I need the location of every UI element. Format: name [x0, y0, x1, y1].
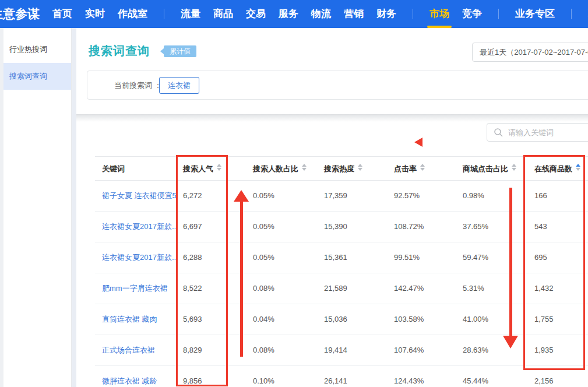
- table-body: 裙子女夏 连衣裙便宜5...6,2720.05%17,35992.57%0.98…: [95, 181, 588, 387]
- cumulative-value-badge: 累计值: [164, 45, 196, 57]
- nav-item-home[interactable]: 首页: [52, 0, 72, 28]
- nav-item-traffic[interactable]: 流量: [181, 0, 200, 28]
- page-title: 搜索词查询: [89, 43, 150, 59]
- cell-searcher-ratio: 0.05%: [246, 181, 317, 211]
- cell-search-popularity: 8,522: [176, 273, 246, 304]
- sort-arrows-icon[interactable]: [302, 164, 307, 171]
- cell-mall-click-ratio: 0.98%: [456, 181, 527, 211]
- sort-arrows-icon[interactable]: [512, 164, 516, 171]
- cell-click-rate: 108.72%: [387, 212, 456, 242]
- date-range-selector[interactable]: 最近1天（2017-07-02~2017-07-02）: [472, 43, 588, 62]
- table-row: 裙子女夏 连衣裙便宜5...6,2720.05%17,35992.57%0.98…: [95, 181, 588, 212]
- cell-online-products: 1,432: [527, 273, 588, 304]
- cell-click-rate: 142.47%: [387, 273, 456, 304]
- cell-search-popularity: 6,697: [176, 212, 246, 242]
- nav-item-marketing[interactable]: 营销: [344, 0, 364, 28]
- cell-search-heat: 15,390: [317, 212, 387, 242]
- cell-keyword-link[interactable]: 连衣裙女夏2017新款...: [95, 212, 176, 242]
- cell-search-heat: 26,141: [317, 366, 387, 387]
- table-header-row: 关键词搜索人气搜索人数占比搜索热度点击率商城点击占比在线商品数: [95, 156, 588, 181]
- nav-item-trade[interactable]: 交易: [246, 0, 266, 28]
- cell-click-rate: 124.43%: [387, 366, 456, 387]
- column-header-online-products[interactable]: 在线商品数: [527, 157, 588, 181]
- nav-divider: [571, 9, 572, 19]
- cell-online-products: 543: [527, 212, 588, 242]
- main-content: 搜索词查询 累计值 最近1天（2017-07-02~2017-07-02） 当前…: [76, 28, 588, 387]
- cell-mall-click-ratio: 28.63%: [456, 335, 527, 365]
- column-header-searcher-ratio[interactable]: 搜索人数占比: [246, 157, 317, 181]
- cell-searcher-ratio: 0.05%: [246, 242, 317, 273]
- nav-item-finance[interactable]: 财务: [376, 0, 396, 28]
- cell-mall-click-ratio: 5.31%: [456, 273, 527, 304]
- cell-keyword-link[interactable]: 直筒连衣裙 藏肉: [95, 304, 176, 335]
- search-word-table: 关键词搜索人气搜索人数占比搜索热度点击率商城点击占比在线商品数 裙子女夏 连衣裙…: [95, 156, 588, 387]
- cell-keyword-link[interactable]: 裙子女夏 连衣裙便宜5...: [95, 181, 176, 211]
- search-icon: [494, 128, 503, 137]
- nav-item-realtime[interactable]: 实时: [85, 0, 105, 28]
- sidebar-item-industry-hot-words[interactable]: 行业热搜词: [3, 36, 71, 63]
- cell-mall-click-ratio: 59.47%: [456, 242, 527, 273]
- column-header-mall-click-ratio[interactable]: 商城点击占比: [456, 157, 527, 181]
- column-header-search-heat[interactable]: 搜索热度: [317, 157, 387, 181]
- column-label: 关键词: [102, 164, 125, 173]
- nav-item-business-zone[interactable]: 业务专区: [515, 0, 555, 28]
- sidebar-content-gap: [72, 28, 76, 387]
- cell-online-products: 1,755: [527, 304, 588, 335]
- cell-search-popularity: 6,288: [176, 242, 246, 273]
- nav-item-war-room[interactable]: 作战室: [118, 0, 147, 28]
- cell-mall-click-ratio: 37.65%: [456, 212, 527, 242]
- cell-online-products: 695: [527, 242, 588, 273]
- column-header-click-rate[interactable]: 点击率: [387, 157, 456, 181]
- cell-click-rate: 92.57%: [387, 181, 456, 211]
- table-row: 直筒连衣裙 藏肉5,6930.04%15,036103.58%41.00%1,7…: [95, 304, 588, 335]
- sort-arrows-icon[interactable]: [358, 164, 362, 171]
- cell-searcher-ratio: 0.08%: [246, 273, 317, 304]
- nav-item-competition[interactable]: 竞争: [462, 0, 482, 28]
- cell-search-heat: 21,589: [317, 273, 387, 304]
- column-header-search-popularity[interactable]: 搜索人气: [176, 157, 246, 181]
- table-row: 正式场合连衣裙8,8290.08%19,414107.64%28.63%1,93…: [95, 335, 588, 366]
- search-word-tag[interactable]: 连衣裙: [159, 77, 199, 94]
- cell-search-popularity: 8,829: [176, 335, 246, 365]
- cell-online-products: 166: [527, 181, 588, 211]
- table-row: 连衣裙女夏2017新款...6,2880.05%15,36199.51%59.4…: [95, 242, 588, 273]
- current-search-word-panel: 当前搜索词 ： 连衣裙: [87, 71, 588, 100]
- cell-search-popularity: 5,693: [176, 304, 246, 335]
- cell-search-heat: 19,414: [317, 335, 387, 365]
- cell-searcher-ratio: 0.08%: [246, 335, 317, 365]
- nav-item-service[interactable]: 服务: [279, 0, 298, 28]
- cell-keyword-link[interactable]: 肥mm一字肩连衣裙: [95, 273, 176, 304]
- table-row: 肥mm一字肩连衣裙8,5220.08%21,589142.47%5.31%1,4…: [95, 273, 588, 304]
- sort-arrows-icon[interactable]: [576, 164, 580, 171]
- column-label: 搜索人数占比: [253, 164, 298, 173]
- sort-arrows-icon[interactable]: [217, 164, 221, 171]
- cell-online-products: 2,156: [527, 366, 588, 387]
- cell-click-rate: 103.58%: [387, 304, 456, 335]
- sort-arrows-icon[interactable]: [420, 164, 425, 171]
- cell-online-products: 1,935: [527, 335, 588, 365]
- sidebar-item-search-word-query[interactable]: 搜索词查询: [3, 63, 71, 90]
- nav-divider: [164, 9, 164, 19]
- cell-search-popularity: 9,856: [176, 366, 246, 387]
- cell-search-heat: 15,361: [317, 242, 387, 273]
- cell-mall-click-ratio: 45.44%: [456, 366, 527, 387]
- top-navbar: 生意参谋 首页实时作战室流量商品交易服务物流营销财务市场竞争业务专区取数: [0, 0, 588, 28]
- cell-searcher-ratio: 0.04%: [246, 304, 317, 335]
- keyword-search-box: [487, 123, 588, 142]
- column-label: 搜索人气: [183, 164, 213, 173]
- cell-keyword-link[interactable]: 正式场合连衣裙: [95, 335, 176, 365]
- table-row: 微胖连衣裙 减龄9,8560.10%26,141124.43%45.44%2,1…: [95, 366, 588, 387]
- cell-keyword-link[interactable]: 连衣裙女夏2017新款...: [95, 242, 176, 273]
- cell-search-heat: 17,359: [317, 181, 387, 211]
- current-search-word-label: 当前搜索词 ：: [114, 80, 162, 91]
- nav-item-product[interactable]: 商品: [213, 0, 233, 28]
- nav-item-logistics[interactable]: 物流: [311, 0, 331, 28]
- nav-item-market[interactable]: 市场: [429, 0, 449, 28]
- cell-mall-click-ratio: 41.00%: [456, 304, 527, 335]
- column-label: 点击率: [394, 164, 417, 173]
- column-label: 商城点击占比: [463, 164, 508, 173]
- brand-logo[interactable]: 生意参谋: [0, 0, 40, 28]
- cell-keyword-link[interactable]: 微胖连衣裙 减龄: [95, 366, 176, 387]
- nav-divider: [413, 9, 413, 19]
- column-header-keyword: 关键词: [95, 157, 176, 181]
